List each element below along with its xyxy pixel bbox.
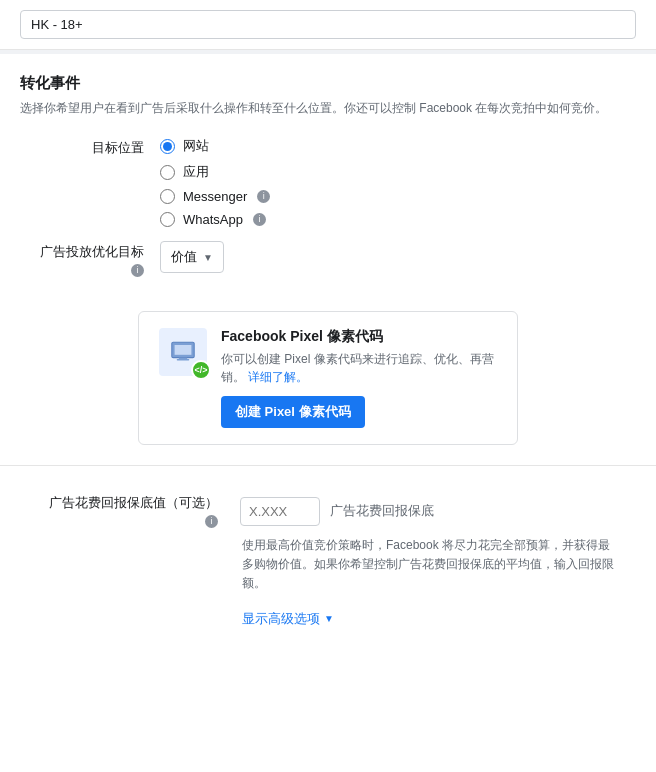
svg-rect-1	[175, 345, 192, 355]
section-separator	[0, 465, 656, 466]
pixel-card: </> Facebook Pixel 像素代码 你可以创建 Pixel 像素代码…	[138, 311, 518, 445]
roas-input[interactable]	[240, 497, 320, 526]
top-bar	[0, 0, 656, 50]
code-icon: </>	[194, 365, 207, 375]
radio-app[interactable]: 应用	[160, 163, 270, 181]
roas-help-text: 使用最高价值竞价策略时，Facebook 将尽力花完全部预算，并获得最多购物价值…	[242, 536, 622, 594]
pixel-green-badge: </>	[191, 360, 211, 380]
messenger-info-icon[interactable]: i	[257, 190, 270, 203]
search-input[interactable]	[31, 17, 625, 32]
radio-messenger-label: Messenger	[183, 189, 247, 204]
section-description: 选择你希望用户在看到广告后采取什么操作和转至什么位置。你还可以控制 Facebo…	[20, 99, 636, 117]
radio-whatsapp-input[interactable]	[160, 212, 175, 227]
section-title: 转化事件	[20, 74, 636, 93]
target-label: 目标位置	[30, 137, 160, 157]
radio-messenger-input[interactable]	[160, 189, 175, 204]
pixel-content: Facebook Pixel 像素代码 你可以创建 Pixel 像素代码来进行追…	[221, 328, 497, 428]
roas-suffix: 广告花费回报保底	[330, 502, 434, 520]
radio-website-input[interactable]	[160, 139, 175, 154]
radio-whatsapp-label: WhatsApp	[183, 212, 243, 227]
search-input-wrapper	[20, 10, 636, 39]
roas-section: 广告花费回报保底值（可选） i 广告花费回报保底 使用最高价值竞价策略时，Fac…	[0, 474, 656, 638]
pixel-monitor-icon	[169, 338, 197, 366]
roas-row: 广告花费回报保底值（可选） i 广告花费回报保底	[20, 494, 636, 528]
radio-group-target: 网站 应用 Messenger i WhatsApp i	[160, 137, 270, 227]
pixel-learn-more-link[interactable]: 详细了解。	[248, 370, 308, 384]
radio-website-label: 网站	[183, 137, 209, 155]
ad-goal-info-icon[interactable]: i	[131, 264, 144, 277]
pixel-card-title: Facebook Pixel 像素代码	[221, 328, 497, 346]
chevron-down-icon: ▼	[203, 252, 213, 263]
radio-website[interactable]: 网站	[160, 137, 270, 155]
ad-goal-row: 广告投放优化目标 i 价值 ▼	[20, 241, 636, 277]
chevron-down-icon: ▼	[324, 613, 334, 624]
create-pixel-button[interactable]: 创建 Pixel 像素代码	[221, 396, 365, 428]
conversion-section: 转化事件 选择你希望用户在看到广告后采取什么操作和转至什么位置。你还可以控制 F…	[0, 54, 656, 301]
ad-goal-dropdown[interactable]: 价值 ▼	[160, 241, 224, 273]
target-location-row: 目标位置 网站 应用 Messenger i WhatsApp i	[20, 137, 636, 227]
svg-rect-3	[177, 359, 190, 360]
pixel-icon-wrapper: </>	[159, 328, 207, 376]
ad-goal-label: 广告投放优化目标 i	[30, 241, 160, 277]
ad-goal-dropdown-value: 价值	[171, 248, 197, 266]
advanced-options-link[interactable]: 显示高级选项 ▼	[242, 610, 636, 628]
roas-label: 广告花费回报保底值（可选） i	[30, 494, 230, 528]
roas-info-icon[interactable]: i	[205, 515, 218, 528]
radio-app-input[interactable]	[160, 165, 175, 180]
whatsapp-info-icon[interactable]: i	[253, 213, 266, 226]
pixel-card-description: 你可以创建 Pixel 像素代码来进行追踪、优化、再营销。 详细了解。	[221, 350, 497, 386]
radio-messenger[interactable]: Messenger i	[160, 189, 270, 204]
advanced-options-label: 显示高级选项	[242, 610, 320, 628]
radio-app-label: 应用	[183, 163, 209, 181]
radio-whatsapp[interactable]: WhatsApp i	[160, 212, 270, 227]
